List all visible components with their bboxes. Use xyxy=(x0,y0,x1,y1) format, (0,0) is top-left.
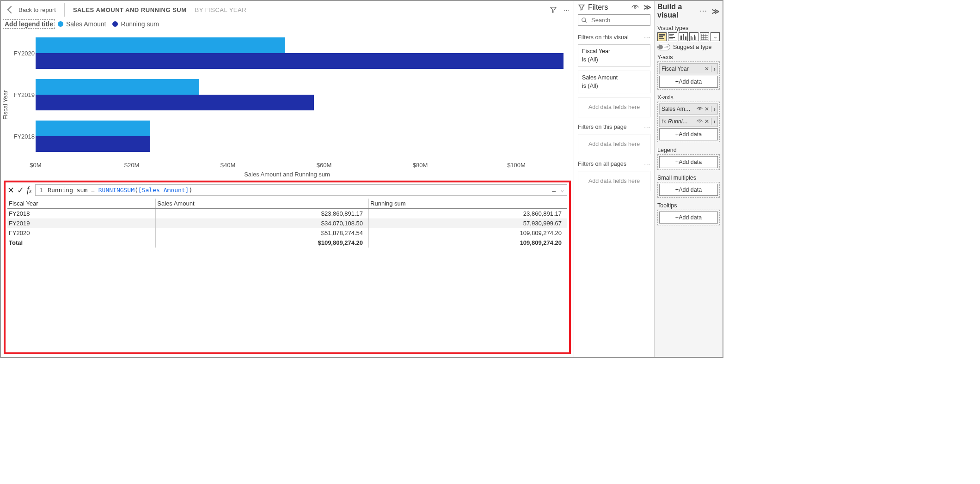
suggest-type-toggle[interactable]: Off xyxy=(657,44,670,50)
table-row[interactable]: FY2018$23,860,891.1723,860,891.17 xyxy=(7,209,567,219)
add-data-button[interactable]: +Add data xyxy=(659,212,718,224)
y-axis-title: Fiscal Year xyxy=(1,32,10,178)
fx-icon[interactable]: fx xyxy=(27,185,31,195)
bar-running-sum[interactable] xyxy=(36,95,314,110)
filter-search-input[interactable]: Search xyxy=(578,14,650,26)
svg-rect-9 xyxy=(669,38,673,39)
field-chip-sales-amount[interactable]: Sales Am… ✕ › xyxy=(659,103,718,115)
fx-icon: fx xyxy=(662,118,666,125)
visual-title-sub: BY FISCAL YEAR xyxy=(195,6,247,13)
eye-icon[interactable] xyxy=(697,107,703,111)
more-options-icon[interactable]: ··· xyxy=(700,7,707,15)
col-header[interactable]: Sales Amount xyxy=(156,199,369,209)
col-header[interactable]: Fiscal Year xyxy=(7,199,156,209)
filter-drop-zone[interactable]: Add data fields here xyxy=(578,171,650,191)
more-options-icon[interactable]: ··· xyxy=(564,6,570,13)
back-to-report-link[interactable]: Back to report xyxy=(8,6,56,13)
yaxis-well[interactable]: Fiscal Year ✕ › +Add data xyxy=(657,61,720,90)
svg-point-1 xyxy=(582,18,586,21)
visual-type-column[interactable] xyxy=(679,32,688,41)
visual-type-stacked-bar[interactable] xyxy=(657,32,667,41)
col-header[interactable]: Running sum xyxy=(369,199,567,209)
collapse-pane-icon[interactable]: ≫ xyxy=(643,3,650,12)
visual-types-label: Visual types xyxy=(655,22,723,32)
x-tick-label: $40M xyxy=(220,162,236,169)
category-label: FY2018 xyxy=(12,133,35,140)
data-table[interactable]: Fiscal Year Sales Amount Running sum FY2… xyxy=(7,199,567,248)
chevron-down-icon[interactable]: ⌄ xyxy=(561,187,564,193)
visual-type-table[interactable] xyxy=(700,32,709,41)
commit-formula-icon[interactable]: ✓ xyxy=(17,185,24,195)
svg-point-22 xyxy=(699,108,700,109)
x-tick-label: $20M xyxy=(124,162,140,169)
small-multiples-label: Small multiples xyxy=(655,172,723,182)
x-axis: $0M$20M$40M$60M$80M$100M xyxy=(36,162,564,170)
divider xyxy=(64,3,65,17)
filter-field-name: Sales Amount xyxy=(582,74,646,82)
bar-running-sum[interactable] xyxy=(36,53,564,69)
bar-sales-amount[interactable] xyxy=(36,121,150,136)
formula-bar-input[interactable]: 1 Running sum = RUNNINGSUM([Sales Amount… xyxy=(35,184,567,196)
suggest-type-label: Suggest a type xyxy=(673,44,711,50)
visual-type-clustered-column[interactable] xyxy=(689,32,698,41)
formula-collapse-icon[interactable]: — xyxy=(552,188,556,194)
filter-card[interactable]: Sales Amount is (All) xyxy=(578,71,650,93)
table-row[interactable]: FY2020$51,878,274.54109,809,274.20 xyxy=(7,228,567,238)
small-multiples-well[interactable]: +Add data xyxy=(657,182,720,198)
tooltips-well[interactable]: +Add data xyxy=(657,210,720,225)
filter-drop-zone[interactable]: Add data fields here xyxy=(578,134,650,154)
field-chip-fiscal-year[interactable]: Fiscal Year ✕ › xyxy=(659,63,718,74)
eye-icon[interactable] xyxy=(631,5,639,10)
remove-icon[interactable]: ✕ xyxy=(704,66,709,72)
table-row[interactable]: FY2019$34,070,108.5057,930,999.67 xyxy=(7,218,567,228)
chart-plot-area[interactable]: FY2020FY2019FY2018 xyxy=(36,32,564,162)
filter-field-state: is (All) xyxy=(582,56,646,64)
svg-rect-14 xyxy=(692,37,693,40)
svg-rect-17 xyxy=(701,34,708,40)
svg-rect-3 xyxy=(659,34,665,36)
filter-field-state: is (All) xyxy=(582,82,646,91)
bar-sales-amount[interactable] xyxy=(36,37,285,53)
chevron-right-icon[interactable]: › xyxy=(713,65,716,73)
build-visual-pane: Build a visual ··· ≫ Visual types ⌄ Off … xyxy=(654,1,723,357)
x-tick-label: $100M xyxy=(507,162,526,169)
legend-title-placeholder[interactable]: Add legend title xyxy=(3,19,55,29)
visual-type-dropdown[interactable]: ⌄ xyxy=(710,32,720,41)
add-data-button[interactable]: +Add data xyxy=(659,76,718,88)
search-icon xyxy=(581,17,588,24)
section-more-icon[interactable]: ··· xyxy=(644,124,650,130)
collapse-pane-icon[interactable]: ≫ xyxy=(712,7,719,16)
remove-icon[interactable]: ✕ xyxy=(704,118,709,125)
eye-icon[interactable] xyxy=(697,119,703,124)
legend-swatch-sales xyxy=(58,21,63,27)
svg-point-23 xyxy=(699,121,700,122)
svg-rect-5 xyxy=(659,38,664,39)
category-label: FY2020 xyxy=(12,50,35,57)
remove-icon[interactable]: ✕ xyxy=(704,106,709,112)
cancel-formula-icon[interactable]: ✕ xyxy=(7,185,14,195)
filter-icon[interactable] xyxy=(550,6,557,13)
add-data-button[interactable]: +Add data xyxy=(659,156,718,168)
svg-rect-15 xyxy=(694,35,695,40)
add-data-button[interactable]: +Add data xyxy=(659,184,718,196)
x-tick-label: $0M xyxy=(30,162,41,169)
bar-sales-amount[interactable] xyxy=(36,79,199,95)
svg-line-2 xyxy=(585,21,587,22)
section-more-icon[interactable]: ··· xyxy=(644,34,650,41)
filters-on-visual-label: Filters on this visual xyxy=(578,34,629,41)
add-data-button[interactable]: +Add data xyxy=(659,128,718,140)
filters-on-page-label: Filters on this page xyxy=(578,124,627,130)
bar-running-sum[interactable] xyxy=(36,136,150,152)
svg-rect-4 xyxy=(659,36,663,37)
filter-icon xyxy=(578,4,585,11)
chevron-right-icon[interactable]: › xyxy=(713,105,716,113)
field-chip-running-sum[interactable]: fx Runni… ✕ › xyxy=(659,116,718,127)
xaxis-well[interactable]: Sales Am… ✕ › fx Runni… ✕ › +Add data xyxy=(657,102,720,142)
svg-rect-11 xyxy=(683,34,684,40)
section-more-icon[interactable]: ··· xyxy=(644,161,650,167)
visual-type-clustered-bar[interactable] xyxy=(668,32,677,41)
chevron-right-icon[interactable]: › xyxy=(713,118,716,125)
filter-card[interactable]: Fiscal Year is (All) xyxy=(578,44,650,67)
filter-drop-zone[interactable]: Add data fields here xyxy=(578,97,650,117)
legend-well[interactable]: +Add data xyxy=(657,154,720,170)
